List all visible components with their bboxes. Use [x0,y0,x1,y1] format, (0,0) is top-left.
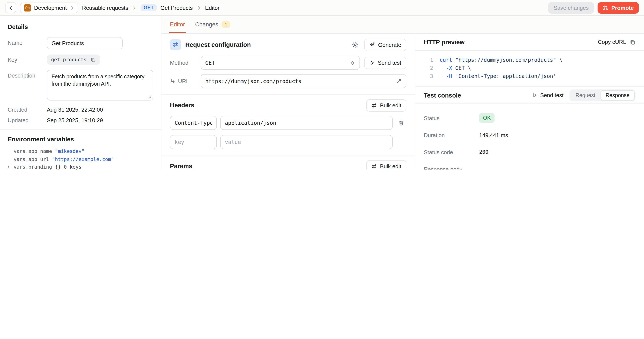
header-row-empty [170,135,406,149]
generate-label: Generate [378,42,401,48]
details-title: Details [8,24,153,30]
code-line: 3 -H 'Content-Type: application/json' [424,72,636,80]
var-key: vars.branding [14,164,52,170]
method-select[interactable]: GET [200,56,360,70]
expand-icon[interactable] [396,78,402,84]
request-tab[interactable]: Request [570,90,600,100]
chevron-left-icon [8,5,14,10]
breadcrumb-section[interactable]: Reusable requests [82,4,128,11]
created-label: Created [8,106,47,113]
copy-icon [90,57,96,62]
test-console-title: Test console [424,92,461,98]
name-label: Name [8,37,47,46]
url-input[interactable]: https://dummyjson.com/products [200,74,406,88]
breadcrumb-page: Editor [205,4,220,11]
chevron-right-icon [70,5,74,10]
params-bulk-edit-button[interactable]: Bulk edit [366,160,406,170]
headers-title: Headers [170,102,194,108]
env-var-row[interactable]: ›vars.branding{} 0 keys [8,164,153,170]
trash-icon [398,120,404,126]
http-preview-title: HTTP preview [424,38,464,45]
copy-curl-label: Copy cURL [598,39,626,45]
request-response-toggle: Request Response [570,89,636,101]
method-badge: GET [140,4,156,11]
env-vars-list: vars.app_name"mikesdev"vars.app_url"http… [8,149,153,170]
app-window: Development Reusable requests GET Get Pr… [0,0,644,170]
breadcrumb-item[interactable]: Get Products [160,4,193,11]
console-send-test-button[interactable]: Send test [532,92,564,98]
code-content: -X GET \ [440,64,471,72]
tabs-bar: Editor Changes 1 [162,16,644,34]
headers-bulk-edit-button[interactable]: Bulk edit [366,99,406,111]
method-value: GET [205,60,215,66]
line-number: 1 [424,56,433,64]
method-label: Method [170,60,196,66]
tab-changes[interactable]: Changes 1 [195,16,230,33]
key-value: get-products [51,57,86,62]
copy-icon [630,39,636,45]
back-button[interactable] [5,2,16,13]
var-value: "https://example.com" [52,156,114,162]
header-key-input[interactable] [170,135,217,149]
tab-editor-label: Editor [170,21,185,28]
header-key-input[interactable] [170,116,217,130]
updated-value: Sep 25 2025, 19:10:29 [47,117,103,124]
response-body-label: Response body [424,166,479,170]
copy-key-button[interactable] [90,57,96,62]
curl-preview-code: 1curl "https://dummyjson.com/products" \… [415,51,644,87]
changes-count-badge: 1 [222,21,230,28]
console-send-test-label: Send test [540,92,564,98]
tab-editor[interactable]: Editor [170,16,185,33]
resize-handle-icon[interactable] [148,95,152,99]
status-code-label: Status code [424,149,479,155]
play-icon [532,92,538,98]
breadcrumb-project: Development [34,4,67,11]
key-chip: get-products [47,54,100,65]
promote-button[interactable]: Promote [598,2,639,14]
code-line: 1curl "https://dummyjson.com/products" \ [424,56,636,64]
created-value: Aug 31 2025, 22:42:00 [47,106,103,113]
description-textarea[interactable]: Fetch products from a specific category … [47,70,153,100]
response-tab[interactable]: Response [600,90,635,100]
duration-value: 149.441 ms [479,132,508,138]
code-content: curl "https://dummyjson.com/products" \ [440,56,563,64]
header-row [170,116,406,130]
status-label: Status [424,115,479,121]
code-line: 2 -X GET \ [424,64,636,72]
bulk-edit-label: Bulk edit [380,163,401,169]
name-input[interactable] [47,37,123,50]
main-area: Editor Changes 1 Request configurat [162,16,644,170]
delete-header-button[interactable] [398,120,404,126]
request-configuration-title: Request configuration [185,41,251,48]
chevron-up-down-icon [350,60,355,65]
var-key: vars.app_url [14,156,49,162]
duration-label: Duration [424,132,479,138]
details-sidebar: Details Name Key get-products Descri [0,16,162,170]
bulk-edit-label: Bulk edit [380,102,401,108]
header-value-input[interactable] [220,135,393,149]
env-var-row: vars.app_url"https://example.com" [8,156,153,162]
corner-down-right-icon [170,78,176,84]
settings-button[interactable] [352,41,359,48]
line-number: 2 [424,64,433,72]
header-value-input[interactable] [220,116,393,130]
sparkles-icon [369,42,375,48]
tab-changes-label: Changes [195,21,218,28]
chevron-right-icon [196,5,201,10]
swap-arrows-icon [170,39,181,50]
pull-request-icon [603,5,608,10]
breadcrumb-project-chip[interactable]: Development [20,2,78,13]
url-label: URL [170,78,196,84]
chevron-right-icon[interactable]: › [8,164,10,170]
chevron-right-icon [132,5,137,10]
url-value: https://dummyjson.com/products [205,78,302,84]
folder-icon [24,4,31,11]
description-label: Description [8,70,47,79]
save-changes-button[interactable]: Save changes [548,2,594,14]
copy-curl-button[interactable]: Copy cURL [598,39,636,45]
play-icon [369,60,375,66]
generate-button[interactable]: Generate [364,38,406,51]
swap-icon [372,102,377,108]
swap-icon [372,163,377,169]
send-test-button[interactable]: Send test [364,57,406,69]
